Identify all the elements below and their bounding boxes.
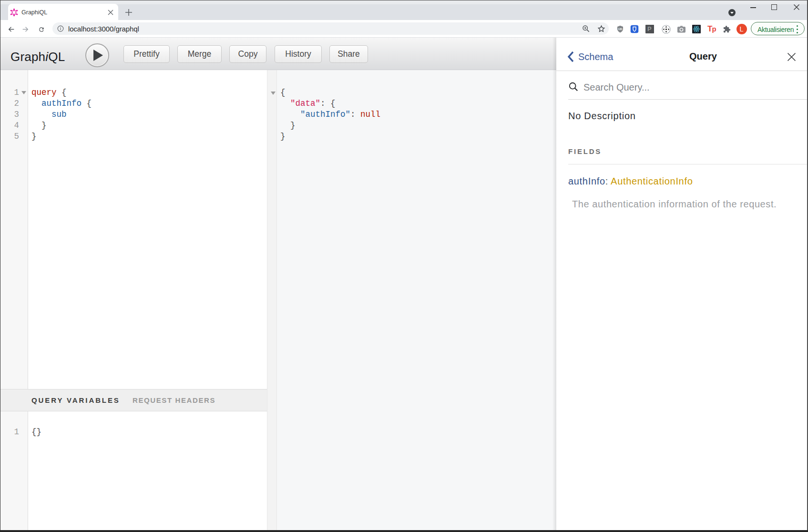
svg-text:UD: UD bbox=[618, 28, 623, 31]
